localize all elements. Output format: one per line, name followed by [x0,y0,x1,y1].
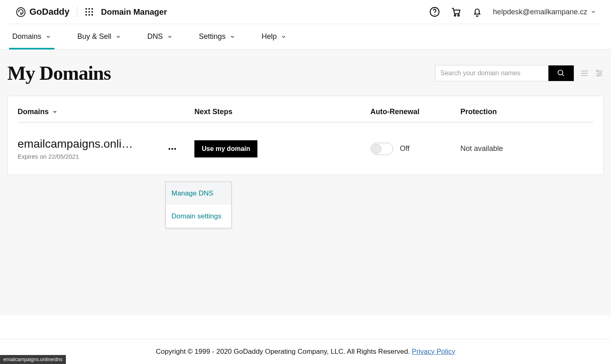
nav-label: Help [262,32,277,41]
account-email: helpdesk@emailkampane.cz [493,8,587,16]
svg-point-5 [91,11,93,13]
svg-point-15 [600,72,602,74]
domain-info[interactable]: emailcampaigns.onli… Expires on 22/05/20… [18,137,133,160]
search-input[interactable] [435,65,548,81]
godaddy-logo-icon [15,6,27,18]
auto-renewal-toggle[interactable] [370,143,393,155]
svg-point-16 [597,74,599,76]
chevron-down-icon [167,34,173,40]
toggle-knob [372,144,381,154]
column-next-steps: Next Steps [194,108,370,116]
column-domains[interactable]: Domains [18,108,194,116]
auto-renewal-cell: Off [370,143,460,155]
separator [77,6,77,18]
header-right: helpdesk@emailkampane.cz [429,7,596,17]
sort-caret-icon [53,110,57,114]
svg-point-12 [458,15,459,16]
nav-dns[interactable]: DNS [144,24,176,49]
nav-buy-sell[interactable]: Buy & Sell [74,24,124,49]
svg-point-3 [85,11,87,13]
header-left: GoDaddy Domain Manager [15,6,167,18]
app-title[interactable]: Domain Manager [101,7,167,17]
svg-point-8 [91,14,93,16]
dropdown-domain-settings[interactable]: Domain settings [166,205,231,228]
chevron-down-icon [591,9,596,15]
next-steps-cell: Use my domain [194,140,370,157]
table-header: Domains Next Steps Auto-Renewal Protecti… [18,96,593,123]
search-button[interactable] [548,65,574,81]
svg-point-14 [597,70,599,72]
privacy-policy-link[interactable]: Privacy Policy [412,348,455,355]
svg-point-6 [85,14,87,16]
top-header: GoDaddy Domain Manager [7,0,604,24]
domain-name: emailcampaigns.onli… [18,137,133,151]
protection-cell: Not available [460,144,593,153]
svg-point-19 [174,148,176,149]
svg-point-18 [171,148,173,149]
use-my-domain-button[interactable]: Use my domain [194,140,257,157]
filter-icon[interactable] [595,69,604,78]
chevron-down-icon [230,34,235,40]
brand-logo[interactable]: GoDaddy [15,6,70,18]
main-nav: Domains Buy & Sell DNS Settings Help [0,24,611,49]
table-row: emailcampaigns.onli… Expires on 22/05/20… [8,123,603,175]
svg-point-11 [454,15,455,16]
domains-table: Domains Next Steps Auto-Renewal Protecti… [7,96,604,175]
svg-point-7 [88,14,90,16]
nav-label: Settings [199,32,225,41]
search-box [435,65,574,81]
svg-point-10 [434,14,435,15]
nav-settings[interactable]: Settings [196,24,239,49]
actions-dropdown: Manage DNS Domain settings [165,182,232,228]
column-auto-renewal: Auto-Renewal [370,108,460,116]
svg-point-0 [85,8,87,10]
main-head: My Domains [7,62,604,84]
nav-label: DNS [147,32,163,41]
nav-label: Buy & Sell [77,32,111,41]
search-toolbar [435,65,604,81]
footer: Copyright © 1999 - 2020 GoDaddy Operatin… [0,339,611,364]
column-label: Domains [18,108,49,116]
auto-renewal-state: Off [400,144,410,153]
svg-point-4 [88,11,90,13]
nav-domains[interactable]: Domains [9,24,54,49]
cart-icon[interactable] [451,7,461,17]
bell-icon[interactable] [472,7,482,17]
account-menu[interactable]: helpdesk@emailkampane.cz [493,8,596,16]
main-area: My Domains Domains [0,49,611,315]
chevron-down-icon [45,34,51,40]
svg-point-17 [169,148,170,149]
help-icon[interactable] [429,7,440,17]
dropdown-manage-dns[interactable]: Manage DNS [166,182,231,205]
brand-name: GoDaddy [29,7,70,17]
chevron-down-icon [281,34,286,40]
nav-help[interactable]: Help [258,24,290,49]
dots-horizontal-icon [167,144,177,154]
list-view-icon[interactable] [580,69,589,78]
nav-label: Domains [12,32,41,41]
browser-status-bar: emailcampaigns.online/dns [0,355,66,364]
svg-point-2 [91,8,93,10]
domain-cell: emailcampaigns.onli… Expires on 22/05/20… [18,137,194,160]
svg-point-13 [558,70,563,75]
svg-point-1 [88,8,90,10]
column-protection: Protection [460,108,593,116]
search-icon [557,69,565,77]
copyright-text: Copyright © 1999 - 2020 GoDaddy Operatin… [156,348,412,355]
domain-expires: Expires on 22/05/2021 [18,153,133,160]
more-actions-button[interactable] [167,143,178,155]
page-title: My Domains [7,62,111,84]
chevron-down-icon [115,34,121,40]
apps-grid-icon[interactable] [85,7,94,16]
